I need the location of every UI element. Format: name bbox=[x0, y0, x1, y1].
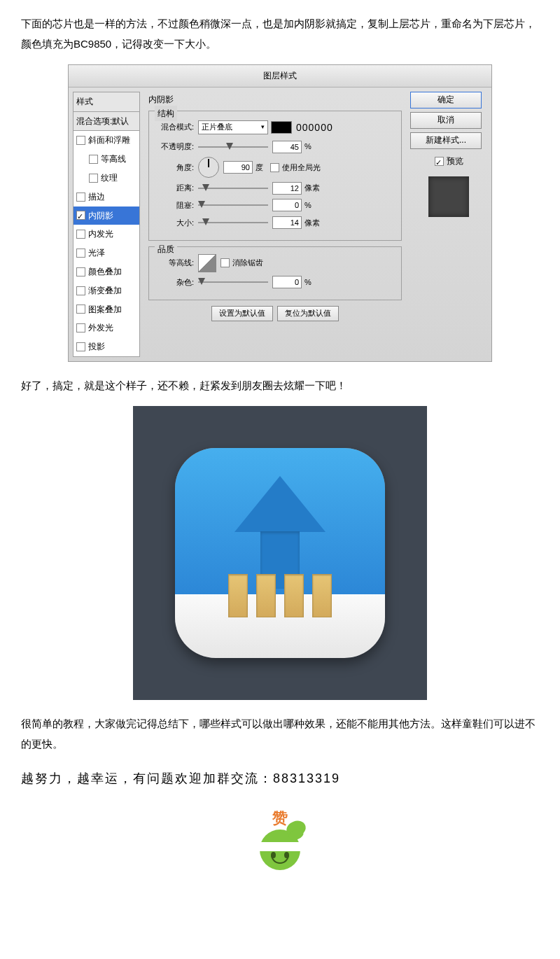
choke-label: 阻塞: bbox=[155, 198, 194, 213]
quality-legend: 品质 bbox=[155, 241, 177, 258]
distance-label: 距离: bbox=[155, 181, 194, 195]
upload-icon bbox=[175, 448, 385, 658]
choke-input[interactable] bbox=[272, 199, 302, 211]
blending-options[interactable]: 混合选项:默认 bbox=[73, 112, 140, 132]
checkbox-inner-glow[interactable] bbox=[76, 230, 85, 239]
style-gradient-overlay[interactable]: 渐变叠加 bbox=[74, 281, 139, 300]
size-input[interactable] bbox=[272, 216, 302, 229]
settings-panel: 内阴影 结构 混合模式: 正片叠底▾ 000000 不透明度: % 角度: bbox=[144, 92, 406, 357]
intro-text: 下面的芯片也是一样的方法，不过颜色稍微深一点，也是加内阴影就搞定，复制上层芯片，… bbox=[21, 14, 539, 54]
checkbox-drop-shadow[interactable] bbox=[76, 342, 85, 351]
checkbox-outer-glow[interactable] bbox=[76, 323, 85, 332]
preview-swatch bbox=[428, 176, 469, 217]
checkbox-pattern-overlay[interactable] bbox=[76, 304, 85, 314]
style-outer-glow[interactable]: 外发光 bbox=[74, 318, 139, 337]
face-icon bbox=[260, 830, 300, 870]
contour-label: 等高线: bbox=[155, 255, 194, 270]
size-slider[interactable] bbox=[198, 218, 268, 227]
summary-text: 很简单的教程，大家做完记得总结下，哪些样式可以做出哪种效果，还能不能用其他方法。… bbox=[21, 714, 539, 754]
preview-label: 预览 bbox=[447, 153, 463, 169]
dialog-buttons-column: 确定 取消 新建样式... 预览 bbox=[406, 92, 487, 357]
style-contour[interactable]: 等高线 bbox=[74, 150, 139, 169]
panel-title: 内阴影 bbox=[148, 92, 402, 108]
result-preview bbox=[133, 406, 427, 700]
noise-input[interactable] bbox=[272, 276, 302, 288]
chevron-down-icon: ▾ bbox=[261, 121, 265, 133]
ok-button[interactable]: 确定 bbox=[410, 92, 482, 108]
dialog-title: 图层样式 bbox=[69, 65, 491, 88]
cancel-button[interactable]: 取消 bbox=[410, 112, 482, 129]
checkbox-color-overlay[interactable] bbox=[76, 267, 85, 276]
opacity-slider[interactable] bbox=[198, 142, 268, 152]
global-light-checkbox[interactable] bbox=[270, 163, 279, 172]
color-hex: 000000 bbox=[296, 118, 333, 137]
zan-emoji: 赞 bbox=[238, 804, 322, 871]
checkbox-texture[interactable] bbox=[89, 174, 98, 183]
opacity-label: 不透明度: bbox=[155, 139, 194, 154]
chips bbox=[228, 574, 332, 617]
styles-column: 样式 混合选项:默认 斜面和浮雕 等高线 纹理 描边 内阴影 内发光 光泽 颜色… bbox=[73, 92, 140, 357]
style-inner-shadow[interactable]: 内阴影 bbox=[74, 206, 139, 225]
checkbox-satin[interactable] bbox=[76, 248, 85, 258]
opacity-input[interactable] bbox=[272, 141, 302, 153]
style-pattern-overlay[interactable]: 图案叠加 bbox=[74, 300, 139, 319]
style-inner-glow[interactable]: 内发光 bbox=[74, 225, 139, 244]
done-text: 好了，搞定，就是这个样子，还不赖，赶紧发到朋友圈去炫耀一下吧！ bbox=[21, 376, 539, 396]
distance-slider[interactable] bbox=[198, 183, 268, 193]
style-bevel[interactable]: 斜面和浮雕 bbox=[74, 131, 139, 150]
checkbox-gradient-overlay[interactable] bbox=[76, 286, 85, 295]
set-default-button[interactable]: 设置为默认值 bbox=[211, 306, 273, 321]
style-drop-shadow[interactable]: 投影 bbox=[74, 337, 139, 356]
angle-label: 角度: bbox=[155, 160, 194, 175]
antialias-checkbox[interactable] bbox=[220, 258, 230, 267]
layer-style-dialog: 图层样式 样式 混合选项:默认 斜面和浮雕 等高线 纹理 描边 内阴影 内发光 … bbox=[68, 64, 492, 362]
distance-input[interactable] bbox=[272, 182, 302, 195]
footer-text: 越努力，越幸运，有问题欢迎加群交流：88313319 bbox=[21, 766, 539, 790]
styles-header: 样式 bbox=[73, 92, 140, 112]
reset-default-button[interactable]: 复位为默认值 bbox=[277, 306, 339, 321]
structure-legend: 结构 bbox=[155, 106, 177, 122]
size-label: 大小: bbox=[155, 216, 194, 230]
checkbox-bevel[interactable] bbox=[76, 136, 85, 145]
blend-mode-dropdown[interactable]: 正片叠底▾ bbox=[198, 120, 268, 134]
noise-slider[interactable] bbox=[198, 277, 268, 287]
style-stroke[interactable]: 描边 bbox=[74, 188, 139, 206]
style-texture[interactable]: 纹理 bbox=[74, 169, 139, 188]
angle-input[interactable] bbox=[223, 161, 253, 174]
angle-dial[interactable] bbox=[198, 157, 219, 178]
contour-picker[interactable] bbox=[198, 254, 216, 272]
noise-label: 杂色: bbox=[155, 275, 194, 290]
choke-slider[interactable] bbox=[198, 200, 268, 210]
checkbox-contour[interactable] bbox=[89, 155, 98, 164]
checkbox-stroke[interactable] bbox=[76, 192, 85, 202]
new-style-button[interactable]: 新建样式... bbox=[410, 132, 482, 149]
zan-text: 赞 bbox=[238, 804, 322, 833]
color-swatch[interactable] bbox=[271, 121, 292, 134]
checkbox-inner-shadow[interactable] bbox=[76, 211, 85, 220]
global-light-label: 使用全局光 bbox=[282, 160, 321, 175]
blend-mode-label: 混合模式: bbox=[155, 120, 194, 134]
style-color-overlay[interactable]: 颜色叠加 bbox=[74, 262, 139, 281]
preview-checkbox[interactable] bbox=[435, 157, 444, 166]
antialias-label: 消除锯齿 bbox=[232, 255, 263, 270]
style-satin[interactable]: 光泽 bbox=[74, 244, 139, 262]
arrow-up-icon bbox=[234, 476, 326, 588]
